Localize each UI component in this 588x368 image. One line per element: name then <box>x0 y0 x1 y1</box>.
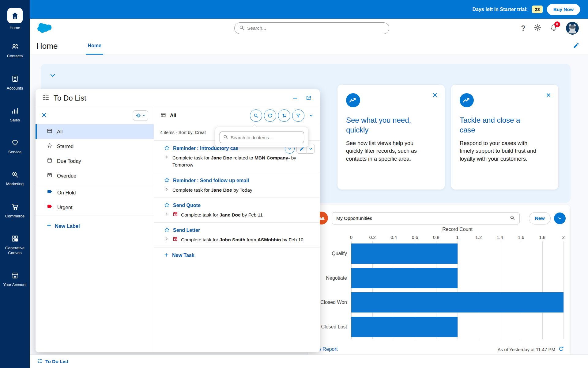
filter-due-today[interactable]: Due Today <box>36 154 154 168</box>
sidebar-item-commerce[interactable]: Commerce <box>0 203 30 219</box>
contacts-icon <box>11 43 19 52</box>
buy-now-button[interactable]: Buy Now <box>547 4 580 15</box>
star-icon[interactable] <box>164 227 170 234</box>
popout-icon[interactable] <box>304 94 313 103</box>
your-account-icon <box>11 271 19 281</box>
sales-icon <box>11 107 19 116</box>
new-label-text: New Label <box>55 223 80 229</box>
chart-bar-row <box>351 241 564 266</box>
close-icon[interactable] <box>545 92 552 99</box>
chart-bars <box>351 241 564 339</box>
chart-xticks: 00.20.40.60.811.21.41.61.82 <box>351 233 564 241</box>
minimize-icon[interactable] <box>291 94 300 103</box>
sidebar-item-sales[interactable]: Sales <box>0 107 30 123</box>
sort-tasks-button[interactable] <box>278 109 290 122</box>
filter-tasks-button[interactable] <box>292 109 304 122</box>
global-search <box>234 22 389 34</box>
filter-label: Starred <box>57 144 74 149</box>
label-on-hold[interactable]: On Hold <box>36 185 154 200</box>
star-icon <box>47 143 53 150</box>
task-search-input[interactable] <box>231 135 301 140</box>
plus-icon <box>164 252 169 259</box>
collapse-panel-chevron-icon[interactable] <box>49 72 56 80</box>
divider <box>36 184 154 184</box>
task-description: Complete task for Jane Doe related to MB… <box>172 154 301 169</box>
sidebar-item-label: Your Account <box>3 282 26 287</box>
list-options-chevron-icon[interactable] <box>309 113 314 118</box>
new-task-button[interactable]: New Task <box>154 247 320 263</box>
sidebar-item-contacts[interactable]: Contacts <box>0 43 30 59</box>
x-tick-label: 0.4 <box>390 235 397 240</box>
sidebar-item-accounts[interactable]: Accounts <box>0 75 30 91</box>
todo-window-title: To Do List <box>54 94 86 102</box>
search-icon <box>223 134 228 141</box>
sidebar-item-generative-canvas[interactable]: Generative Canvas <box>0 235 30 256</box>
task-title-link[interactable]: Reminder : Send follow-up email <box>173 178 249 183</box>
record-count-chart: Record Count 00.20.40.60.811.21.41.61.82… <box>308 227 564 339</box>
task-title-link[interactable]: Send Quote <box>173 203 201 208</box>
edit-page-icon[interactable] <box>573 42 579 50</box>
refresh-icon[interactable] <box>558 346 564 353</box>
taskbar-item-label: To Do List <box>45 359 68 364</box>
search-icon <box>239 25 244 32</box>
star-icon[interactable] <box>164 202 170 209</box>
sidebar-item-marketing[interactable]: Marketing <box>0 171 30 186</box>
star-icon[interactable] <box>164 145 170 152</box>
task-row: Reminder : Send follow-up email Complete… <box>154 173 320 198</box>
filter-settings-gear-button[interactable] <box>133 110 148 121</box>
chart-bar <box>351 317 458 337</box>
header-actions: ? 6 <box>521 19 579 37</box>
trial-days-badge: 23 <box>532 6 543 13</box>
sidebar-item-your-account[interactable]: Your Account <box>0 271 30 287</box>
tab-home[interactable]: Home <box>86 37 103 55</box>
expand-chevron-icon[interactable] <box>164 211 169 218</box>
new-label-button[interactable]: New Label <box>36 219 154 233</box>
expand-chevron-icon[interactable] <box>164 154 169 161</box>
sidebar-item-label: Home <box>9 25 20 30</box>
selector-value: My Opportunities <box>336 216 372 221</box>
promo-card-list-views: See what you need, quickly See how list … <box>337 85 445 190</box>
utility-taskbar: To Do List <box>30 355 588 368</box>
filter-all[interactable]: All <box>36 124 154 139</box>
star-icon[interactable] <box>164 177 170 184</box>
close-filter-pane-icon[interactable] <box>41 112 47 119</box>
x-tick-label: 1.2 <box>475 235 482 240</box>
sidebar-item-label: Marketing <box>6 182 24 186</box>
task-title-link[interactable]: Send Letter <box>173 228 200 233</box>
expand-chevron-icon[interactable] <box>164 186 169 193</box>
notifications-bell-icon[interactable]: 6 <box>550 24 558 33</box>
user-avatar[interactable] <box>566 22 579 35</box>
filter-pane-controls <box>36 107 154 124</box>
taskbar-item-todo-list[interactable]: To Do List <box>34 356 71 367</box>
chart-bar <box>351 268 458 288</box>
divider <box>36 216 154 216</box>
sidebar-item-label: Commerce <box>5 214 25 219</box>
search-tasks-button[interactable] <box>250 109 262 122</box>
opportunities-list-selector[interactable]: My Opportunities <box>332 212 520 224</box>
settings-gear-icon[interactable] <box>534 24 541 33</box>
filter-overdue[interactable]: Overdue <box>36 168 154 183</box>
analytics-pulse-icon <box>346 103 360 108</box>
x-tick-label: 1 <box>456 235 458 240</box>
x-tick-label: 0 <box>350 235 352 240</box>
x-tick-label: 0.6 <box>412 235 418 240</box>
label-text: Urgent <box>57 205 73 210</box>
analytics-pulse-icon <box>460 103 474 108</box>
sidebar-item-service[interactable]: Service <box>0 139 30 155</box>
global-search-input[interactable] <box>247 25 385 31</box>
x-tick-label: 1.6 <box>518 235 524 240</box>
promo-card-body: Respond to your cases with timely suppor… <box>460 140 539 163</box>
new-opportunity-button[interactable]: New <box>529 212 551 224</box>
label-urgent[interactable]: Urgent <box>36 200 154 215</box>
expand-chevron-icon[interactable] <box>164 236 169 243</box>
close-icon[interactable] <box>432 92 438 99</box>
refresh-tasks-button[interactable] <box>264 109 276 122</box>
marketing-icon <box>11 171 19 180</box>
chart-bar <box>351 243 458 264</box>
calendar-icon <box>47 157 53 165</box>
filter-starred[interactable]: Starred <box>36 139 154 154</box>
help-icon[interactable]: ? <box>521 24 526 33</box>
opportunities-dropdown-button[interactable] <box>554 213 566 224</box>
sidebar-item-home[interactable]: Home <box>7 8 23 30</box>
sidebar: Home Contacts Accounts Sales Service Mar… <box>0 0 30 368</box>
